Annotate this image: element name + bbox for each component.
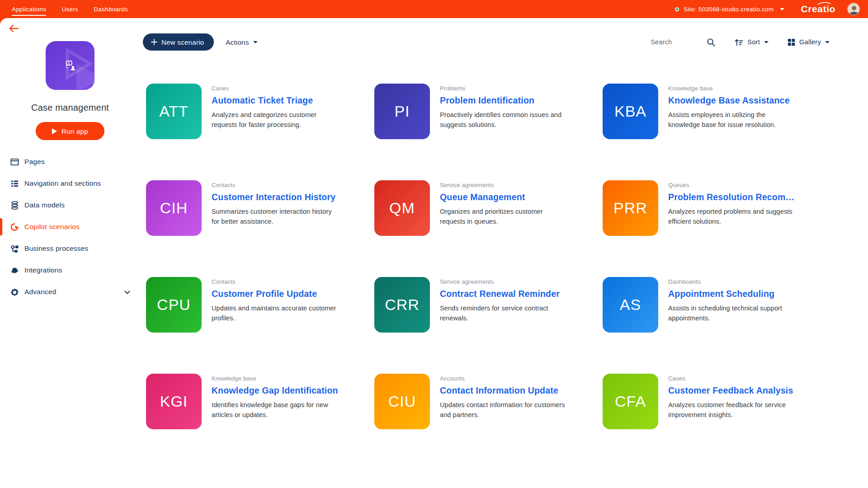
scenario-title-link[interactable]: Knowledge Gap Identification — [212, 385, 340, 396]
scenario-card[interactable]: PI Problems Problem Identification Proac… — [374, 84, 582, 139]
site-status-icon — [675, 7, 679, 11]
scenario-category: Cases — [212, 85, 340, 92]
scenario-title-link[interactable]: Customer Feedback Analysis — [668, 385, 797, 396]
sidebar-item-business-processes[interactable]: Business processes — [0, 238, 140, 259]
scenario-card[interactable]: KBA Knowledge base Knowledge Base Assist… — [603, 84, 811, 139]
scenario-tile[interactable]: PI — [374, 84, 430, 139]
integrations-icon — [10, 266, 19, 275]
scenario-category: Cases — [668, 375, 797, 382]
copilot-icon — [10, 222, 19, 231]
scenario-title-link[interactable]: Contract Renewal Reminder — [440, 289, 569, 299]
scenario-description: Analyzes customer feedback for service i… — [668, 400, 797, 420]
nav-dashboards[interactable]: Dashboards — [94, 0, 128, 18]
logo-swoosh-icon — [817, 2, 831, 5]
scenario-grid: ATT Cases Automatic Ticket Triage Analyz… — [146, 84, 830, 429]
active-indicator-bar — [0, 218, 2, 235]
scenario-tile[interactable]: KGI — [146, 374, 202, 429]
creatio-logo: Creatio — [801, 4, 835, 14]
actions-dropdown[interactable]: Actions — [226, 38, 257, 46]
sidebar: Case management Run app Pages Navigation… — [0, 18, 140, 488]
scenario-card[interactable]: KGI Knowledge base Knowledge Gap Identif… — [146, 374, 354, 429]
active-indicator-bar — [0, 175, 2, 192]
scenario-tile[interactable]: KBA — [603, 84, 658, 139]
chevron-down-icon[interactable] — [780, 8, 784, 10]
scenario-description: Summarizes customer interaction history … — [212, 207, 340, 227]
scenario-description: Assists employees in utilizing the knowl… — [668, 110, 797, 130]
scenario-card[interactable]: QM Service agreements Queue Management O… — [374, 180, 582, 236]
scenario-title-link[interactable]: Knowledge Base Assistance — [668, 95, 797, 106]
scenario-title-link[interactable]: Appointment Scheduling — [668, 289, 797, 299]
sidebar-item-copilot-scenarios[interactable]: Copilot scenarios — [0, 216, 140, 238]
scenario-title-link[interactable]: Automatic Ticket Triage — [212, 95, 340, 106]
sidebar-item-data-models[interactable]: Data models — [0, 194, 140, 216]
scenario-title-link[interactable]: Customer Profile Update — [212, 289, 340, 299]
chevron-down-icon — [764, 41, 769, 43]
sidebar-item-pages[interactable]: Pages — [0, 151, 140, 173]
toolbar: New scenario Actions Sort — [143, 33, 830, 51]
scenario-description: Identifies knowledge base gaps for new a… — [212, 400, 340, 420]
scenario-card[interactable]: CRR Service agreements Contract Renewal … — [374, 277, 582, 333]
new-scenario-button[interactable]: New scenario — [143, 33, 214, 51]
scenario-title-link[interactable]: Problem Resolution Recom… — [668, 192, 797, 202]
scenario-category: Problems — [440, 85, 569, 92]
scenario-tile[interactable]: CPU — [146, 277, 202, 333]
primary-nav: Applications Users Dashboards — [12, 0, 128, 18]
active-indicator-bar — [0, 262, 2, 279]
scenario-tile[interactable]: PRR — [603, 180, 658, 236]
scenario-card[interactable]: CIU Accounts Contact Information Update … — [374, 374, 582, 429]
scenario-description: Organizes and prioritizes customer reque… — [440, 207, 569, 227]
scenario-tile[interactable]: ATT — [146, 84, 202, 139]
gallery-grid-icon — [788, 38, 795, 46]
scenario-tile[interactable]: CFA — [603, 374, 658, 429]
scenario-card[interactable]: CIH Contacts Customer Interaction Histor… — [146, 180, 354, 236]
sidebar-item-label: Integrations — [24, 266, 62, 274]
sidebar-item-integrations[interactable]: Integrations — [0, 259, 140, 281]
active-indicator-bar — [0, 197, 2, 214]
scenario-title-link[interactable]: Queue Management — [440, 192, 569, 202]
sidebar-menu: Pages Navigation and sections Data model… — [0, 151, 140, 303]
scenario-title-link[interactable]: Customer Interaction History — [212, 192, 340, 202]
pages-icon — [10, 157, 19, 166]
scenario-tile[interactable]: QM — [374, 180, 430, 236]
app-title: Case management — [0, 103, 140, 113]
sidebar-item-advanced[interactable]: Advanced — [0, 281, 140, 303]
gallery-view-dropdown[interactable]: Gallery — [788, 38, 830, 46]
chevron-down-icon — [825, 41, 830, 43]
scenario-category: Contacts — [212, 182, 340, 188]
scenario-description: Assists in scheduling technical support … — [668, 304, 797, 324]
scenario-tile[interactable]: CIH — [146, 180, 202, 236]
scenario-tile[interactable]: CRR — [374, 277, 430, 333]
scenario-tile[interactable]: AS — [603, 277, 658, 333]
nav-users[interactable]: Users — [61, 0, 78, 18]
scenario-card[interactable]: CPU Contacts Customer Profile Update Upd… — [146, 277, 354, 333]
search-icon[interactable] — [707, 38, 715, 47]
sort-dropdown[interactable]: Sort — [734, 38, 769, 46]
sort-icon — [734, 38, 743, 46]
back-button[interactable] — [9, 24, 19, 34]
datamodels-icon — [10, 201, 19, 210]
top-bar: Applications Users Dashboards Site: 5035… — [0, 0, 868, 18]
scenario-title-link[interactable]: Contact Information Update — [440, 385, 569, 396]
active-indicator-bar — [0, 240, 2, 257]
scenario-category: Accounts — [440, 375, 569, 382]
scenario-card[interactable]: ATT Cases Automatic Ticket Triage Analyz… — [146, 84, 354, 139]
user-avatar[interactable] — [847, 3, 860, 15]
scenario-card[interactable]: CFA Cases Customer Feedback Analysis Ana… — [603, 374, 811, 429]
scenario-description: Sends reminders for service contract ren… — [440, 304, 569, 324]
scenario-card[interactable]: PRR Queues Problem Resolution Recom… Ana… — [603, 180, 811, 236]
scenario-category: Knowledge base — [668, 85, 797, 92]
search-input[interactable] — [651, 38, 694, 46]
nav-applications[interactable]: Applications — [12, 0, 46, 18]
site-selector[interactable]: Site: 503568-studio.creatio.com — [684, 6, 774, 13]
sidebar-item-navigation-and-sections[interactable]: Navigation and sections — [0, 173, 140, 194]
scenario-category: Dashboards — [668, 278, 797, 285]
scenario-tile[interactable]: CIU — [374, 374, 430, 429]
active-indicator-bar — [0, 153, 2, 170]
run-app-button[interactable]: Run app — [36, 122, 104, 140]
scenario-card[interactable]: AS Dashboards Appointment Scheduling Ass… — [603, 277, 811, 333]
scenario-title-link[interactable]: Problem Identification — [440, 95, 569, 106]
sidebar-item-label: Navigation and sections — [24, 179, 101, 188]
search-box — [651, 38, 715, 47]
play-watermark-icon — [57, 44, 94, 89]
scenario-category: Knowledge base — [212, 375, 340, 382]
